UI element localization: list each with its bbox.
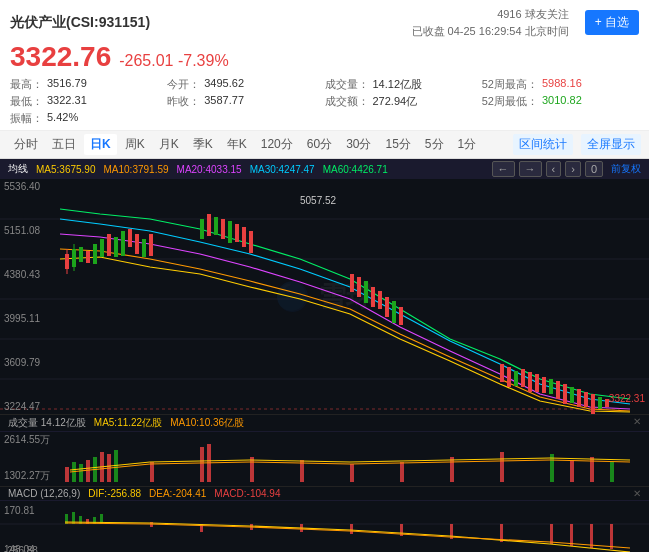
svg-rect-24 <box>221 219 225 239</box>
add-watchlist-button[interactable]: + 自选 <box>585 10 639 35</box>
ma-label-ma10: MA10:3791.59 <box>104 164 169 175</box>
svg-rect-14 <box>107 234 111 256</box>
vol-label: 成交量 14.12亿股 <box>8 416 86 430</box>
svg-rect-40 <box>521 369 525 387</box>
y-label-2: 5151.08 <box>4 225 40 236</box>
nav-zero-btn[interactable]: 0 <box>585 161 603 177</box>
svg-rect-30 <box>357 277 361 297</box>
svg-rect-18 <box>135 234 139 254</box>
svg-rect-50 <box>591 394 595 414</box>
price-change: -265.01 -7.39% <box>119 52 228 70</box>
tab-120[interactable]: 120分 <box>255 134 299 155</box>
svg-rect-47 <box>570 387 574 403</box>
svg-rect-43 <box>542 377 546 393</box>
svg-rect-62 <box>150 462 154 482</box>
ma-label-ma30: MA30:4247.47 <box>250 164 315 175</box>
svg-rect-39 <box>514 371 518 386</box>
main-price: 3322.76 <box>10 41 111 73</box>
vol-close-btn[interactable]: ✕ <box>633 416 641 430</box>
y-label-5: 3609.79 <box>4 357 40 368</box>
svg-rect-67 <box>350 464 354 482</box>
nav-left-btn[interactable]: ← <box>492 161 515 177</box>
svg-rect-74 <box>610 462 614 482</box>
chart-container: 均线 MA5:3675.90 MA10:3791.59 MA20:4033.15… <box>0 159 649 552</box>
svg-rect-35 <box>392 301 396 323</box>
svg-rect-42 <box>535 374 539 392</box>
svg-rect-45 <box>556 381 560 399</box>
tab-fenshi[interactable]: 分时 <box>8 134 44 155</box>
tab-1[interactable]: 1分 <box>452 134 483 155</box>
svg-rect-68 <box>400 462 404 482</box>
tab-fullscreen[interactable]: 全屏显示 <box>581 134 641 155</box>
svg-rect-27 <box>242 227 246 247</box>
svg-rect-12 <box>93 244 97 264</box>
svg-rect-16 <box>121 231 125 256</box>
macd-svg <box>0 504 649 552</box>
tab-jik[interactable]: 季K <box>187 134 219 155</box>
tab-60[interactable]: 60分 <box>301 134 338 155</box>
svg-rect-23 <box>214 217 218 235</box>
tab-zhouk[interactable]: 周K <box>119 134 151 155</box>
nav-right-btn[interactable]: → <box>519 161 542 177</box>
macd-close-btn[interactable]: ✕ <box>633 488 641 499</box>
svg-rect-10 <box>79 247 83 262</box>
ma-label-ma60: MA60:4426.71 <box>323 164 388 175</box>
vol-ma10: MA10:10.36亿股 <box>170 416 244 430</box>
volume-svg <box>0 432 649 487</box>
svg-rect-19 <box>142 239 146 257</box>
svg-rect-26 <box>235 224 239 242</box>
svg-rect-33 <box>378 291 382 309</box>
tab-15[interactable]: 15分 <box>379 134 416 155</box>
macd-dif: DIF:-256.88 <box>88 488 141 499</box>
svg-rect-49 <box>584 392 588 407</box>
tab-5[interactable]: 5分 <box>419 134 450 155</box>
vol-ma5: MA5:11.22亿股 <box>94 416 162 430</box>
y-label-4: 3995.11 <box>4 313 40 324</box>
stock-header: 光伏产业(CSI:931151) 4916 球友关注 已收盘 04-25 16:… <box>0 0 649 131</box>
tab-wuri[interactable]: 五日 <box>46 134 82 155</box>
ma-label-ma5: MA5:3675.90 <box>36 164 96 175</box>
svg-rect-31 <box>364 281 368 303</box>
market-time: 已收盘 04-25 16:29:54 北京时间 <box>412 23 569 40</box>
svg-rect-57 <box>86 460 90 482</box>
svg-rect-25 <box>228 221 232 243</box>
svg-rect-36 <box>399 307 403 325</box>
svg-rect-63 <box>200 447 204 482</box>
y-label-6: 3224.47 <box>4 401 40 412</box>
svg-rect-32 <box>371 287 375 307</box>
svg-rect-91 <box>570 524 573 546</box>
svg-rect-72 <box>570 460 574 482</box>
svg-rect-90 <box>550 524 553 544</box>
tab-niank[interactable]: 年K <box>221 134 253 155</box>
svg-rect-48 <box>577 389 581 407</box>
svg-rect-13 <box>100 239 104 257</box>
add-watchlist-label: + 自选 <box>595 14 629 31</box>
svg-rect-28 <box>249 231 253 253</box>
svg-rect-37 <box>500 364 504 382</box>
macd-label: MACD (12,26,9) <box>8 488 80 499</box>
macd-chart: MACD (12,26,9) DIF:-256.88 DEA:-204.41 M… <box>0 486 649 552</box>
svg-rect-46 <box>563 384 567 404</box>
stock-stats: 最高：3516.79 今开：3495.62 成交量：14.12亿股 52周最高：… <box>10 77 639 126</box>
tab-interval-stats[interactable]: 区间统计 <box>513 134 573 155</box>
ma-label-junshu: 均线 <box>8 162 28 176</box>
y-label-current: 3322.31 <box>609 393 645 404</box>
svg-rect-34 <box>385 297 389 317</box>
svg-rect-86 <box>350 524 353 534</box>
followers-count: 4916 球友关注 <box>412 6 569 23</box>
svg-rect-38 <box>507 367 511 387</box>
tab-30[interactable]: 30分 <box>340 134 377 155</box>
svg-rect-65 <box>250 457 254 482</box>
tab-dayk[interactable]: 日K <box>84 134 117 155</box>
tab-yuek[interactable]: 月K <box>153 134 185 155</box>
nav-prev-btn[interactable]: ‹ <box>546 161 562 177</box>
main-chart: 5536.40 5151.08 4380.43 3995.11 3609.79 … <box>0 179 649 414</box>
followers-info: 4916 球友关注 已收盘 04-25 16:29:54 北京时间 <box>412 6 569 39</box>
nav-next-btn[interactable]: › <box>565 161 581 177</box>
svg-rect-20 <box>149 234 153 256</box>
svg-rect-92 <box>590 524 593 548</box>
restore-label[interactable]: 前复权 <box>611 162 641 176</box>
svg-rect-15 <box>114 237 118 257</box>
svg-rect-11 <box>86 251 90 263</box>
svg-rect-22 <box>207 214 211 236</box>
